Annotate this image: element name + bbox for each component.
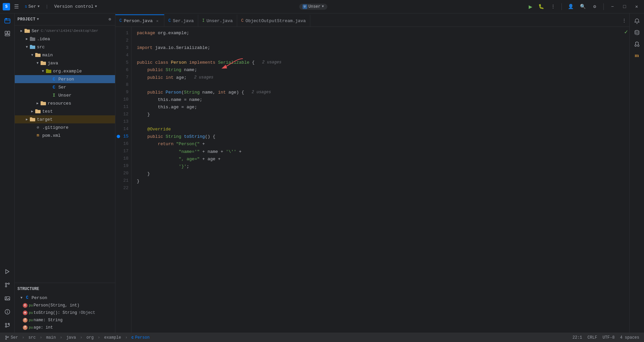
sidebar-settings-btn[interactable]: ⚙ — [107, 16, 112, 22]
tree-item-unser[interactable]: I Unser — [15, 91, 115, 99]
more-actions-button[interactable]: ⋮ — [549, 2, 557, 11]
left-iconbar — [0, 13, 15, 333]
left-icon-info[interactable] — [1, 306, 13, 318]
sidebar-dropdown-icon[interactable]: ▼ — [37, 17, 39, 21]
sidebar: Project ▼ ⚙ ▶ Ser C:\Users\14341\Desktop… — [15, 13, 115, 333]
tree-item-java[interactable]: ▼ java — [15, 59, 115, 67]
left-icon-git[interactable] — [1, 279, 13, 291]
tree-item-pom[interactable]: m pom.xml — [15, 131, 115, 139]
titlebar-separator — [561, 3, 562, 10]
app-logo: S — [3, 3, 10, 10]
rs-icon-notifications[interactable] — [632, 16, 642, 26]
rs-icon-gradle[interactable] — [632, 39, 642, 49]
tabs-more-button[interactable]: ⋮ — [619, 14, 629, 26]
code-line-18: ", age=" + age + — [131, 156, 616, 163]
profile-button[interactable]: 👤 — [566, 2, 575, 11]
tree-item-org-example[interactable]: ▼ org.example — [15, 67, 115, 75]
struct-name-constructor: Person(String, int) — [34, 303, 79, 308]
version-control-selector[interactable]: Version control ▼ — [52, 3, 99, 10]
tree-label: main — [42, 53, 53, 58]
settings-button[interactable]: ⚙ — [590, 2, 599, 11]
line-num-7: 7 — [115, 74, 131, 81]
statusbar-position[interactable]: 22:1 — [571, 335, 584, 340]
menu-icon[interactable]: ☰ — [13, 2, 20, 11]
close-button[interactable]: ✕ — [632, 2, 641, 11]
tree-item-ser-root[interactable]: ▶ Ser C:\Users\14341\Desktop\Ser — [15, 27, 115, 35]
tab-objectoutputstream[interactable]: C ObjectOutputStream.java — [237, 14, 310, 26]
line-num-18: 18 — [115, 155, 131, 162]
tree-item-main[interactable]: ▼ main — [15, 51, 115, 59]
tree-label: target — [37, 117, 53, 122]
run-button[interactable]: ▶ — [527, 2, 534, 12]
statusbar-git[interactable]: Ser — [3, 333, 20, 342]
right-gutter: ✓ — [616, 27, 629, 333]
tree-item-test[interactable]: ▶ test — [15, 107, 115, 115]
tree-item-ser[interactable]: C Ser — [15, 83, 115, 91]
tree-item-idea[interactable]: ▶ .idea — [15, 35, 115, 43]
struct-item-name[interactable]: f pu name: String — [15, 317, 115, 324]
statusbar-file[interactable]: C Person — [129, 333, 152, 342]
tree-label: Ser — [58, 85, 66, 90]
left-icon-project[interactable] — [1, 15, 13, 27]
left-icon-git2[interactable] — [1, 319, 13, 331]
main-layout: Project ▼ ⚙ ▶ Ser C:\Users\14341\Desktop… — [0, 13, 644, 333]
tree-item-person[interactable]: C Person — [15, 75, 115, 83]
struct-item-person-class[interactable]: ▼ C Person — [15, 294, 115, 302]
tree-item-gitignore[interactable]: ⊘ .gitignore — [15, 123, 115, 131]
tab-unser[interactable]: I Unser.java — [198, 14, 237, 26]
struct-item-constructor[interactable]: C pu Person(String, int) — [15, 302, 115, 309]
target-folder-icon — [30, 116, 36, 122]
struct-item-age[interactable]: f pu age: int — [15, 324, 115, 331]
statusbar-org[interactable]: org — [85, 333, 96, 342]
debug-button[interactable]: 🐛 — [536, 2, 546, 11]
statusbar-main[interactable]: main — [44, 333, 58, 342]
code-content[interactable]: package org.example; import java.io.Seri… — [131, 27, 616, 333]
svg-point-7 — [8, 283, 9, 284]
project-selector[interactable]: S Ser ▼ — [23, 3, 42, 10]
statusbar-line-ending[interactable]: CRLF — [586, 335, 599, 340]
left-icon-bookmark[interactable] — [1, 27, 13, 40]
tree-item-target[interactable]: ▶ target — [15, 115, 115, 123]
struct-class-label: Person — [32, 295, 47, 300]
tree-item-resources[interactable]: ▶ resources — [15, 99, 115, 107]
svg-point-20 — [637, 45, 639, 47]
tree-item-src[interactable]: ▼ src — [15, 43, 115, 51]
statusbar-java[interactable]: java — [64, 333, 78, 342]
structure-title: Structure — [17, 287, 39, 291]
search-everywhere-button[interactable]: 🔍 — [578, 2, 587, 11]
code-line-8 — [131, 81, 616, 89]
rs-icon-db[interactable] — [632, 27, 642, 38]
resources-folder-icon — [40, 100, 46, 106]
pom-icon: m — [35, 132, 41, 138]
statusbar-indent[interactable]: 4 spaces — [618, 335, 641, 340]
unser-badge[interactable]: U Unser ▼ — [299, 4, 327, 10]
titlebar: S ☰ S Ser ▼ | Version control ▼ U Unser … — [0, 0, 644, 13]
statusbar-encoding[interactable]: UTF-8 — [600, 335, 616, 340]
struct-name-tostring: toString(): String — [34, 310, 77, 315]
struct-item-tostring[interactable]: m pu toString(): String ↑Object — [15, 309, 115, 317]
tab-close-person[interactable]: ✕ — [155, 18, 160, 23]
minimize-button[interactable]: − — [608, 2, 617, 11]
tree-sublabel: C:\Users\14341\Desktop\Ser — [41, 29, 98, 33]
struct-class-icon: C — [24, 295, 30, 301]
line-num-22: 22 — [115, 184, 131, 192]
left-icon-run[interactable] — [1, 266, 13, 278]
statusbar: Ser › src › main › java › org › example … — [0, 333, 644, 342]
breadcrumb-sep-5: › — [98, 335, 100, 340]
line-num-6: 6 — [115, 66, 131, 74]
maximize-button[interactable]: □ — [620, 2, 629, 11]
code-line-17: "name='" + name + '\'' + — [131, 148, 616, 156]
structure-section: Structure ▼ C Person C pu Person(String,… — [15, 283, 115, 333]
tab-person[interactable]: C Person.java ✕ — [115, 14, 164, 26]
left-icon-image[interactable] — [1, 292, 13, 304]
statusbar-src[interactable]: src — [26, 333, 38, 342]
project-icon: S — [25, 5, 27, 9]
tabs-bar: C Person.java ✕ C Ser.java I Unser.java … — [115, 13, 629, 27]
statusbar-example[interactable]: example — [102, 333, 123, 342]
rs-icon-maven[interactable]: m — [632, 50, 642, 60]
code-line-11: this.age = age; — [131, 104, 616, 111]
code-line-14: @Override — [131, 126, 616, 133]
version-control-label: Version control — [54, 4, 94, 9]
struct-type-tostring: ↑Object — [78, 310, 95, 315]
tab-ser[interactable]: C Ser.java — [164, 14, 198, 26]
